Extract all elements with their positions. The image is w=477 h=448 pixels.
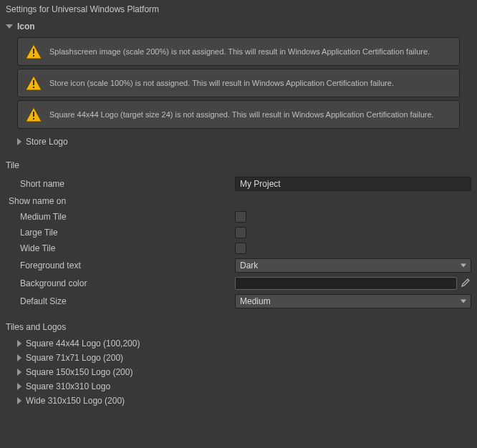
- warning-icon: [25, 44, 42, 59]
- warning-text: Square 44x44 Logo (target size 24) is no…: [49, 109, 434, 120]
- chevron-right-icon: [17, 397, 21, 404]
- chevron-right-icon: [17, 383, 21, 390]
- show-name-on-label: Show name on: [0, 193, 477, 209]
- default-size-value: Medium: [240, 296, 271, 306]
- chevron-right-icon: [17, 138, 21, 145]
- chevron-right-icon: [17, 369, 21, 376]
- wide-tile-checkbox[interactable]: [235, 243, 246, 254]
- chevron-down-icon: [461, 264, 466, 268]
- store-logo-label: Store Logo: [26, 137, 68, 147]
- chevron-right-icon: [17, 354, 21, 361]
- warning-text: Splashscreen image (scale 200%) is not a…: [49, 47, 430, 57]
- logo-foldout-label: Square 150x150 Logo (200): [26, 367, 132, 377]
- svg-rect-2: [33, 80, 34, 85]
- warning-text: Store icon (scale 100%) is not assigned.…: [49, 78, 394, 89]
- foreground-text-value: Dark: [240, 260, 258, 271]
- short-name-label: Short name: [20, 179, 235, 189]
- foreground-text-select[interactable]: Dark: [235, 258, 471, 273]
- logo-foldout[interactable]: Wide 310x150 Logo (200): [0, 394, 477, 408]
- logo-foldout-label: Wide 310x150 Logo (200): [26, 396, 125, 406]
- store-logo-foldout[interactable]: Store Logo: [0, 135, 477, 149]
- page-title: Settings for Universal Windows Platform: [0, 0, 477, 19]
- default-size-label: Default Size: [20, 296, 235, 306]
- wide-tile-label: Wide Tile: [20, 243, 235, 253]
- short-name-input[interactable]: [235, 177, 471, 191]
- logo-foldout-label: Square 44x44 Logo (100,200): [26, 339, 140, 349]
- logo-foldout-label: Square 310x310 Logo: [26, 381, 110, 391]
- warning-icon: [25, 75, 42, 91]
- medium-tile-label: Medium Tile: [20, 212, 235, 222]
- eyedropper-icon[interactable]: [458, 277, 471, 290]
- svg-rect-5: [33, 118, 34, 120]
- svg-rect-3: [33, 87, 34, 88]
- logo-foldout[interactable]: Square 44x44 Logo (100,200): [0, 336, 477, 351]
- warning-box: Square 44x44 Logo (target size 24) is no…: [17, 100, 460, 129]
- warning-icon: [25, 107, 42, 122]
- chevron-down-icon: [6, 24, 13, 29]
- warning-box: Splashscreen image (scale 200%) is not a…: [17, 37, 460, 66]
- svg-rect-0: [33, 49, 34, 54]
- svg-rect-4: [33, 112, 34, 117]
- background-color-field[interactable]: [235, 277, 457, 290]
- tile-header: Tile: [0, 156, 477, 175]
- icon-section-label: Icon: [17, 21, 35, 31]
- logo-foldout[interactable]: Square 310x310 Logo: [0, 379, 477, 394]
- large-tile-label: Large Tile: [20, 228, 235, 238]
- warning-box: Store icon (scale 100%) is not assigned.…: [17, 69, 460, 97]
- chevron-right-icon: [17, 340, 21, 347]
- foreground-text-label: Foreground text: [20, 260, 235, 271]
- logo-foldout-label: Square 71x71 Logo (200): [26, 353, 123, 363]
- logo-foldout[interactable]: Square 150x150 Logo (200): [0, 365, 477, 379]
- logo-foldout[interactable]: Square 71x71 Logo (200): [0, 351, 477, 365]
- svg-rect-1: [33, 55, 34, 57]
- tiles-logos-header: Tiles and Logos: [0, 318, 477, 336]
- medium-tile-checkbox[interactable]: [235, 211, 246, 223]
- large-tile-checkbox[interactable]: [235, 227, 246, 238]
- icon-section-header[interactable]: Icon: [0, 19, 477, 34]
- background-color-label: Background color: [20, 278, 235, 288]
- chevron-down-icon: [461, 300, 466, 303]
- default-size-select[interactable]: Medium: [235, 294, 471, 308]
